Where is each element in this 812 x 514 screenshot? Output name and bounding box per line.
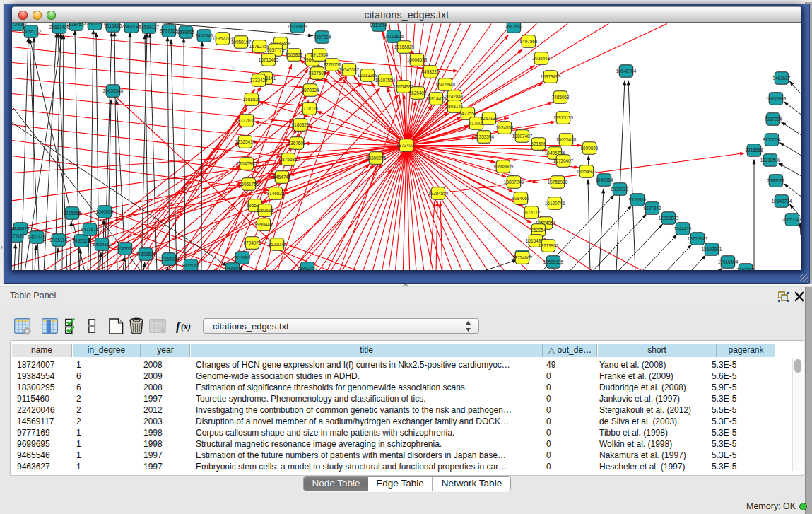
svg-text:9084067: 9084067 <box>512 196 530 201</box>
svg-text:17957223: 17957223 <box>213 36 233 41</box>
svg-text:9699695: 9699695 <box>177 30 195 35</box>
svg-text:19384554: 19384554 <box>66 23 87 27</box>
svg-text:16409948: 16409948 <box>435 82 456 87</box>
svg-text:6794078: 6794078 <box>244 240 261 245</box>
svg-text:7632621: 7632621 <box>73 238 90 243</box>
svg-text:19218506: 19218506 <box>384 34 404 39</box>
svg-text:15692971: 15692971 <box>702 247 722 252</box>
svg-text:6879197: 6879197 <box>12 233 25 238</box>
svg-text:8322037: 8322037 <box>238 118 256 123</box>
svg-text:2036448: 2036448 <box>533 56 551 61</box>
svg-text:9146821: 9146821 <box>267 191 285 196</box>
svg-text:1733426: 1733426 <box>250 78 268 83</box>
svg-text:8938923: 8938923 <box>611 187 629 192</box>
svg-text:2226053: 2226053 <box>324 62 341 67</box>
svg-text:6699695: 6699695 <box>581 146 599 151</box>
svg-text:19384554: 19384554 <box>428 191 449 196</box>
svg-text:12213369: 12213369 <box>358 73 378 78</box>
svg-text:18807249: 18807249 <box>504 180 524 185</box>
svg-text:14055712: 14055712 <box>21 29 42 34</box>
svg-text:4498222: 4498222 <box>422 69 440 74</box>
svg-text:18300295: 18300295 <box>366 156 387 160</box>
svg-text:19218506: 19218506 <box>760 158 781 163</box>
svg-text:3875685: 3875685 <box>280 157 298 162</box>
svg-text:9245652: 9245652 <box>117 246 134 251</box>
svg-text:9329966: 9329966 <box>629 197 647 202</box>
svg-text:15716485: 15716485 <box>259 57 279 62</box>
svg-text:10025438: 10025438 <box>556 137 577 142</box>
svg-text:8427552: 8427552 <box>459 111 477 116</box>
svg-text:9327505: 9327505 <box>309 71 326 76</box>
svg-text:9463627: 9463627 <box>773 76 791 81</box>
svg-text:16648784: 16648784 <box>772 199 792 204</box>
svg-text:1621072: 1621072 <box>269 242 286 247</box>
svg-text:7625402: 7625402 <box>409 90 427 95</box>
svg-text:10958107: 10958107 <box>231 40 252 45</box>
svg-text:2803144: 2803144 <box>446 104 464 109</box>
svg-text:1640954: 1640954 <box>596 177 613 182</box>
svg-text:14569117: 14569117 <box>139 25 159 30</box>
svg-text:16120746: 16120746 <box>545 201 565 206</box>
svg-text:10654112: 10654112 <box>92 242 112 247</box>
svg-text:1244415: 1244415 <box>674 226 692 231</box>
svg-text:1624554: 1624554 <box>496 125 514 130</box>
svg-text:16914479: 16914479 <box>426 96 447 101</box>
svg-text:8813054: 8813054 <box>370 23 388 28</box>
svg-text:7357224: 7357224 <box>314 35 331 40</box>
svg-text:621606: 621606 <box>531 141 546 146</box>
svg-text:10756928: 10756928 <box>548 180 568 185</box>
svg-text:8912954: 8912954 <box>311 52 329 57</box>
svg-text:7485063: 7485063 <box>552 95 570 100</box>
svg-text:(x): (x) <box>181 322 191 332</box>
svg-text:15720407: 15720407 <box>553 158 574 163</box>
svg-text:18724007: 18724007 <box>396 143 417 148</box>
svg-text:16033809: 16033809 <box>288 24 308 29</box>
svg-text:9777169: 9777169 <box>160 28 178 33</box>
svg-text:8878334: 8878334 <box>302 88 319 93</box>
svg-text:12942757: 12942757 <box>298 266 318 271</box>
svg-text:3915901: 3915901 <box>234 255 252 260</box>
svg-text:16210643: 16210643 <box>688 236 708 241</box>
svg-text:19166825: 19166825 <box>394 45 415 49</box>
svg-text:16107554: 16107554 <box>375 78 396 83</box>
svg-text:252254: 252254 <box>531 228 546 233</box>
svg-text:16961755: 16961755 <box>239 182 259 187</box>
svg-text:8267130: 8267130 <box>481 116 498 121</box>
svg-text:1267533: 1267533 <box>737 267 755 271</box>
svg-text:8813054: 8813054 <box>763 137 781 142</box>
svg-text:8186328: 8186328 <box>292 122 310 127</box>
svg-text:16004678: 16004678 <box>407 57 428 62</box>
svg-text:2687682: 2687682 <box>505 24 523 29</box>
svg-text:1588520: 1588520 <box>243 97 261 102</box>
svg-text:7357224: 7357224 <box>765 117 782 122</box>
svg-text:8990448: 8990448 <box>255 222 273 227</box>
svg-text:2367608: 2367608 <box>288 141 306 146</box>
svg-text:20206576: 20206576 <box>136 252 156 257</box>
svg-text:10973493: 10973493 <box>541 74 561 79</box>
svg-text:16543382: 16543382 <box>339 67 360 72</box>
svg-text:1615172: 1615172 <box>523 210 541 215</box>
svg-text:8454749: 8454749 <box>273 175 291 180</box>
svg-text:8215958: 8215958 <box>64 211 81 216</box>
svg-text:10688609: 10688609 <box>493 164 514 169</box>
svg-text:18724007: 18724007 <box>512 255 533 260</box>
svg-text:17016504: 17016504 <box>718 259 739 264</box>
svg-text:18640910: 18640910 <box>237 161 257 166</box>
svg-text:9115460: 9115460 <box>105 23 122 28</box>
svg-text:9474444: 9474444 <box>28 235 46 240</box>
svg-text:9227342: 9227342 <box>644 206 661 211</box>
svg-text:18300295: 18300295 <box>85 23 105 26</box>
svg-text:9465546: 9465546 <box>196 33 213 38</box>
svg-text:12975115: 12975115 <box>553 115 573 120</box>
svg-text:12213967: 12213967 <box>539 243 559 248</box>
svg-text:11353594: 11353594 <box>474 134 494 139</box>
svg-text:9242848: 9242848 <box>446 94 464 99</box>
svg-text:20053346: 20053346 <box>782 217 801 222</box>
svg-text:20053346: 20053346 <box>103 88 124 93</box>
svg-text:6497568: 6497568 <box>520 39 538 44</box>
svg-text:13654923: 13654923 <box>577 169 597 174</box>
svg-text:2687682: 2687682 <box>767 178 785 183</box>
svg-text:12093873: 12093873 <box>659 216 679 221</box>
svg-text:8215958: 8215958 <box>746 148 763 153</box>
svg-text:8471676: 8471676 <box>81 227 99 232</box>
